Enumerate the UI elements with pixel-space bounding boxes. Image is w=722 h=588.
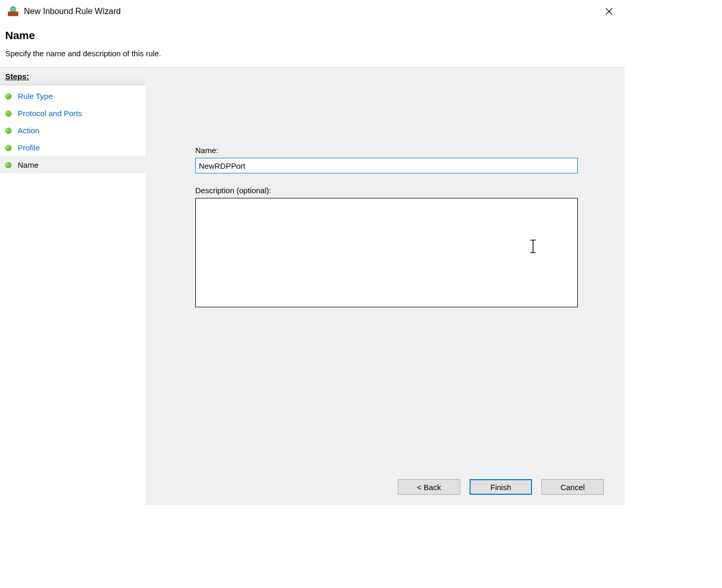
- description-row: Description (optional):: [195, 186, 578, 309]
- description-label: Description (optional):: [195, 186, 578, 195]
- back-button[interactable]: < Back: [398, 479, 460, 495]
- steps-list: Rule Type Protocol and Ports Action Prof…: [0, 85, 145, 173]
- name-row: Name:: [195, 146, 578, 173]
- wizard-window: New Inbound Rule Wizard Name Specify the…: [0, 0, 625, 505]
- steps-sidebar: Steps: Rule Type Protocol and Ports Acti…: [0, 68, 145, 505]
- close-button[interactable]: [597, 4, 620, 19]
- step-label: Action: [18, 126, 40, 135]
- firewall-icon: [7, 6, 19, 17]
- page-subtitle: Specify the name and description of this…: [5, 49, 619, 58]
- name-label: Name:: [195, 146, 578, 155]
- step-label: Profile: [18, 143, 40, 152]
- window-title: New Inbound Rule Wizard: [24, 7, 121, 16]
- bullet-icon: [5, 162, 11, 168]
- wizard-body: Steps: Rule Type Protocol and Ports Acti…: [0, 67, 625, 505]
- step-action[interactable]: Action: [0, 122, 145, 139]
- step-label: Rule Type: [18, 92, 53, 101]
- step-label: Protocol and Ports: [18, 109, 82, 118]
- header-section: Name Specify the name and description of…: [0, 20, 625, 67]
- step-rule-type[interactable]: Rule Type: [0, 87, 145, 105]
- step-label: Name: [18, 160, 39, 169]
- description-input[interactable]: [195, 198, 578, 307]
- button-row: < Back Finish Cancel: [398, 479, 604, 495]
- page-title: Name: [5, 29, 619, 42]
- bullet-icon: [5, 145, 11, 151]
- step-profile[interactable]: Profile: [0, 139, 145, 156]
- close-icon: [605, 8, 613, 15]
- main-panel: Name: Description (optional): < Back Fin…: [145, 68, 625, 505]
- bullet-icon: [5, 128, 11, 134]
- cancel-button[interactable]: Cancel: [541, 479, 604, 495]
- svg-rect-1: [8, 11, 18, 16]
- step-protocol-and-ports[interactable]: Protocol and Ports: [0, 105, 145, 122]
- bullet-icon: [5, 110, 11, 117]
- finish-button[interactable]: Finish: [470, 479, 532, 495]
- step-name[interactable]: Name: [0, 156, 145, 173]
- title-bar: New Inbound Rule Wizard: [0, 0, 625, 20]
- steps-header: Steps:: [0, 68, 145, 85]
- name-input[interactable]: [195, 158, 578, 173]
- bullet-icon: [5, 93, 11, 99]
